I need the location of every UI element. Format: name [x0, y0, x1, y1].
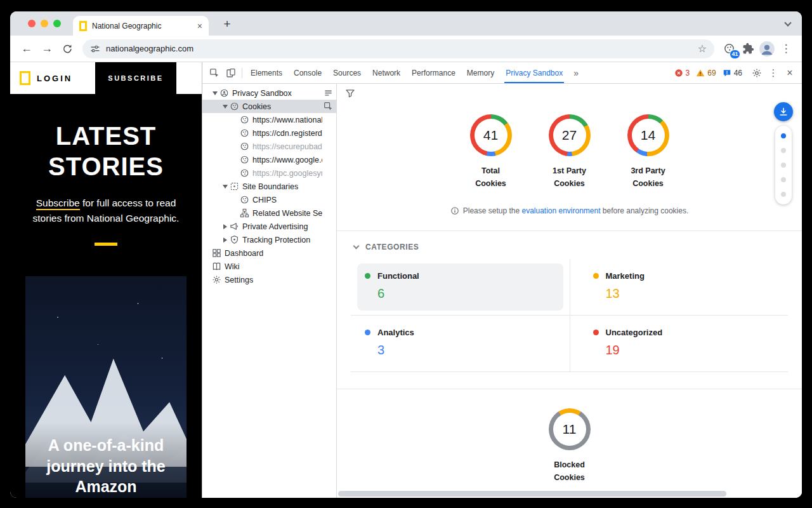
devtools-settings-button[interactable] — [749, 65, 765, 81]
categories-header[interactable]: CATEGORIES — [337, 231, 802, 258]
reload-icon — [62, 44, 72, 54]
panel-toolbar — [337, 84, 802, 103]
category-card: Functional6 — [357, 264, 563, 311]
category-functional[interactable]: Functional6 — [351, 259, 570, 316]
tree-item-cookies[interactable]: Cookies — [202, 100, 336, 113]
donut-value: 41 — [470, 114, 512, 156]
subscribe-button[interactable]: SUBSCRIBE — [95, 62, 176, 94]
tree-arrow-right-icon[interactable] — [221, 237, 229, 243]
devtools-tab-memory[interactable]: Memory — [461, 62, 500, 83]
category-uncategorized[interactable]: Uncategorized19 — [570, 316, 789, 372]
minimize-window-button[interactable] — [41, 20, 48, 27]
donut-ring: 11 — [549, 408, 591, 450]
warning-count[interactable]: 69 — [707, 69, 716, 77]
category-analytics[interactable]: Analytics3 — [351, 316, 570, 372]
info-prefix: Please setup the — [463, 206, 522, 215]
nav-dot-4[interactable] — [781, 177, 786, 182]
tree-item-https-securepubads-g[interactable]: https://securepubads.g. — [202, 140, 336, 153]
tree-item-label: Dashboard — [225, 249, 263, 258]
tree-item-https-tpc-googlesyndic[interactable]: https://tpc.googlesyndic — [202, 166, 336, 180]
subscribe-link[interactable]: Subscribe — [36, 197, 80, 210]
device-toolbar-button[interactable] — [223, 65, 239, 81]
tree-item-related-website-sets[interactable]: Related Website Sets — [202, 206, 336, 220]
tree-arrow-right-icon[interactable] — [221, 224, 229, 229]
issues-count[interactable]: 46 — [734, 69, 742, 77]
scrollbar-thumb[interactable] — [338, 491, 726, 497]
devtools-tree: Privacy SandboxCookieshttps://www.nation… — [202, 84, 337, 498]
tree-arrow-down-icon[interactable] — [211, 91, 219, 95]
tree-item-chips[interactable]: CHIPS — [202, 193, 336, 206]
devtools-tab-elements[interactable]: Elements — [245, 62, 288, 83]
tree-item-https-www-nationalgeo[interactable]: https://www.nationalgeo — [202, 113, 336, 126]
tree-arrow-down-icon[interactable] — [221, 185, 229, 189]
more-tabs-button[interactable]: » — [568, 68, 584, 78]
devtools-tabbar: ElementsConsoleSourcesNetworkPerformance… — [202, 62, 802, 84]
devtools-tab-network[interactable]: Network — [367, 62, 406, 83]
devtools-tab-sources[interactable]: Sources — [327, 62, 367, 83]
tree-arrow-down-icon[interactable] — [221, 105, 229, 109]
filter-icon[interactable] — [345, 88, 355, 98]
tree-item-privacy-sandbox[interactable]: Privacy Sandbox — [202, 86, 336, 100]
tree-item-https-cdn-registerdisne[interactable]: https://cdn.registerdisne — [202, 126, 336, 140]
devtools-close-button[interactable]: × — [782, 65, 798, 81]
login-link[interactable]: LOGIN — [37, 74, 72, 83]
tree-item-label: Cookies — [242, 102, 271, 111]
inspect-element-button[interactable] — [206, 65, 223, 81]
new-tab-button[interactable]: + — [219, 17, 235, 32]
category-label: Marketing — [606, 271, 645, 281]
category-marketing[interactable]: Marketing13 — [570, 259, 789, 316]
nav-dot-2[interactable] — [781, 148, 786, 153]
site-settings-icon[interactable] — [90, 44, 100, 54]
devtools-tab-console[interactable]: Console — [288, 62, 327, 83]
error-count[interactable]: 3 — [686, 69, 690, 77]
donut-ring: 41 — [470, 114, 512, 156]
nav-dot-5[interactable] — [781, 192, 786, 197]
devtools-tab-performance[interactable]: Performance — [406, 62, 461, 83]
cookie-icon — [240, 168, 249, 178]
close-window-button[interactable] — [28, 20, 36, 27]
inspect-icon[interactable] — [324, 102, 333, 111]
natgeo-logo-icon[interactable] — [20, 71, 30, 85]
back-button[interactable]: ← — [18, 40, 36, 58]
category-count: 3 — [377, 343, 557, 358]
devtools-tab-privacy-sandbox[interactable]: Privacy Sandbox — [500, 62, 568, 83]
extensions-button[interactable] — [738, 39, 757, 58]
download-report-button[interactable] — [774, 102, 793, 121]
horizontal-scrollbar[interactable] — [338, 491, 801, 497]
forward-button[interactable]: → — [38, 40, 56, 58]
bookmark-star-icon[interactable]: ☆ — [698, 43, 707, 55]
profile-avatar[interactable] — [757, 39, 776, 58]
tab-search-chevron-icon[interactable] — [783, 19, 793, 29]
tab-strip: National Geographic × + — [10, 11, 802, 36]
page-dots-nav[interactable] — [775, 126, 792, 204]
zoom-window-button[interactable] — [53, 20, 61, 27]
browser-menu-button[interactable]: ⋮ — [776, 39, 796, 58]
reload-button[interactable] — [58, 40, 76, 58]
nav-dot-1[interactable] — [781, 133, 786, 138]
tree-item-wiki[interactable]: Wiki — [202, 260, 336, 273]
cookie-extension-button[interactable]: 41 — [719, 39, 738, 58]
tree-item-tracking-protection[interactable]: Tracking Protection — [202, 233, 336, 246]
browser-window: National Geographic × + ← → nationalgeog… — [10, 11, 802, 498]
tree-item-dashboard[interactable]: Dashboard — [202, 246, 336, 260]
tree-item-site-boundaries[interactable]: Site Boundaries — [202, 180, 336, 193]
evaluation-environment-link[interactable]: evaluation environment — [521, 206, 600, 215]
donut-blocked-cookies: 11Blocked Cookies — [539, 408, 600, 484]
donut-value: 14 — [627, 114, 669, 156]
menu-icon[interactable] — [324, 88, 333, 98]
donut-3rd-party-cookies: 143rd Party Cookies — [618, 114, 679, 190]
browser-tab[interactable]: National Geographic × — [73, 16, 209, 36]
content-area: LOGIN SUBSCRIBE LATEST STORIES Subscribe… — [10, 62, 802, 498]
category-card: Uncategorized19 — [586, 320, 782, 367]
address-bar[interactable]: nationalgeographic.com ☆ — [82, 39, 714, 58]
tree-item-settings[interactable]: Settings — [202, 273, 336, 286]
tab-close-icon[interactable]: × — [197, 22, 202, 30]
devtools-menu-button[interactable]: ⋮ — [765, 65, 782, 81]
shield-icon — [230, 235, 239, 244]
latest-stories-heading: LATEST STORIES — [10, 121, 202, 182]
nav-dot-3[interactable] — [781, 163, 786, 168]
setup-info: Please setup the evaluation environment … — [337, 206, 802, 215]
tree-item-private-advertising[interactable]: Private Advertising — [202, 220, 336, 233]
yellow-divider — [95, 243, 117, 246]
tree-item-https-www-google-com[interactable]: https://www.google.com — [202, 153, 336, 166]
